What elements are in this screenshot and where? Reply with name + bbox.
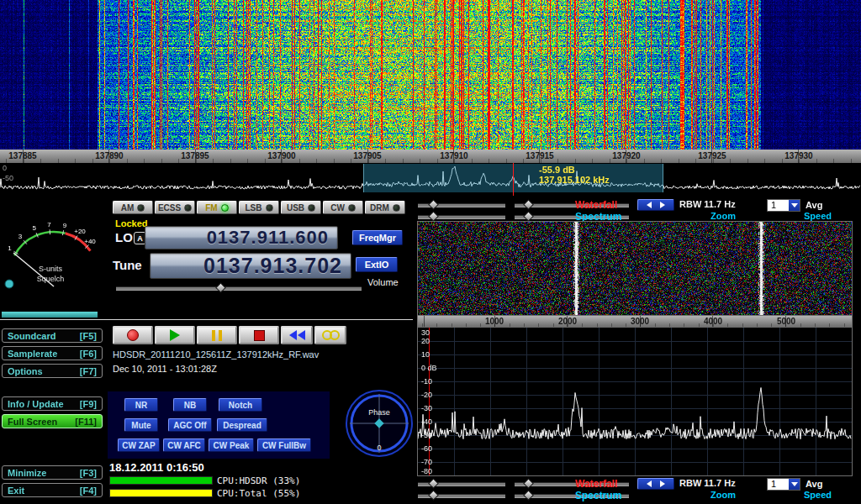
mode-button-fm[interactable]: FM — [197, 201, 237, 214]
extio-button[interactable]: ExtIO — [356, 257, 398, 272]
db-axis-label: 20 — [421, 337, 430, 345]
button-hotkey: [F3] — [80, 468, 97, 478]
avg-select-bottom[interactable]: 1 — [767, 478, 800, 491]
spectrum-upper-slider-bottom[interactable] — [418, 494, 505, 498]
play-icon — [170, 329, 180, 341]
hdsdr-window: 137885 137890 137895 137900 137905 13791… — [0, 0, 861, 504]
band-scroll-buttons[interactable] — [637, 199, 674, 211]
mode-button-am[interactable]: AM — [113, 201, 153, 214]
secondary-waterfall-display[interactable] — [418, 222, 852, 315]
secondary-waterfall-frame — [417, 221, 853, 316]
band-scroll-buttons-bottom[interactable] — [637, 478, 674, 490]
fullscreen-button[interactable]: Full Screen [F11] — [2, 414, 103, 428]
record-icon — [127, 329, 139, 341]
main-waterfall-display[interactable] — [0, 0, 861, 150]
slider-handle[interactable] — [428, 478, 439, 489]
mode-button-usb[interactable]: USB — [281, 201, 321, 214]
avg-select[interactable]: 1 — [767, 199, 800, 212]
slider-handle[interactable] — [523, 211, 534, 222]
freqmgr-button[interactable]: FreqMgr — [352, 230, 403, 245]
button-label: Samplerate — [8, 349, 57, 359]
mode-button-lsb[interactable]: LSB — [239, 201, 279, 214]
volume-slider-handle[interactable] — [215, 282, 226, 293]
tune-frequency-display[interactable]: 0137.913.702 — [150, 253, 351, 279]
s-meter: 1 3 5 7 9 +20 +40 S-units Squelch — [2, 199, 106, 308]
db-axis-label: -30 — [421, 404, 432, 412]
waterfall-upper-slider[interactable] — [418, 203, 505, 207]
secondary-spectrum-display[interactable] — [418, 328, 852, 475]
dropdown-arrow-icon[interactable] — [789, 200, 800, 211]
cw-zap-button[interactable]: CW ZAP — [118, 438, 160, 452]
db-axis-label: -10 — [421, 377, 432, 386]
phase-value: 0 — [377, 444, 381, 452]
freq-scale-label: 137885 — [8, 151, 36, 160]
dropdown-arrow-icon[interactable] — [789, 479, 800, 490]
slider-handle[interactable] — [523, 490, 534, 501]
button-label: Info / Update — [8, 399, 64, 409]
rewind-button[interactable] — [281, 326, 313, 344]
avg-select-value: 1 — [768, 479, 789, 490]
cursor-frequency-readout: 137.915.102 kHz — [539, 175, 610, 185]
cpu-total-label: CPU:Total (55%) — [217, 488, 300, 499]
despread-button[interactable]: Despread — [217, 418, 267, 432]
db-axis-label: -20 — [421, 391, 432, 399]
agc-off-button[interactable]: AGC Off — [168, 418, 212, 432]
slider-handle[interactable] — [428, 211, 439, 222]
mode-button-cw[interactable]: CW — [323, 201, 363, 214]
cpu-hdsdr-bar — [109, 476, 213, 485]
button-hotkey: [F7] — [80, 366, 97, 376]
cw-fullbw-button[interactable]: CW FullBw — [257, 438, 311, 452]
scroll-left-icon[interactable] — [647, 480, 652, 487]
pause-button[interactable] — [197, 326, 237, 344]
cpu-hdsdr-label: CPU:HDSDR (33%) — [217, 475, 300, 486]
scroll-right-icon[interactable] — [660, 480, 665, 487]
freq-scale-label: 137900 — [267, 151, 295, 160]
lo-frequency-display[interactable]: 0137.911.600 — [145, 226, 338, 249]
s-meter-tick-label: 7 — [47, 221, 51, 228]
minimize-button[interactable]: Minimize [F3] — [2, 465, 103, 480]
frequency-scale[interactable]: 137885 137890 137895 137900 137905 13791… — [0, 150, 861, 163]
scroll-right-icon[interactable] — [660, 202, 665, 208]
squelch-knob[interactable] — [5, 280, 13, 288]
strip-axis-minus50: -50 — [3, 174, 13, 182]
waterfall-upper-slider-bottom[interactable] — [418, 482, 505, 486]
mute-button[interactable]: Mute — [124, 418, 158, 432]
spectrum-upper-slider[interactable] — [418, 215, 505, 219]
mode-button-ecss[interactable]: ECSS — [155, 201, 195, 214]
s-meter-tick-label: +20 — [74, 228, 86, 235]
scale-label: 4000 — [704, 317, 722, 326]
slider-handle[interactable] — [523, 478, 534, 489]
volume-slider[interactable] — [116, 286, 362, 291]
scroll-left-icon[interactable] — [647, 202, 652, 208]
spectrum-tab-bottom[interactable]: Spectrum — [575, 490, 621, 501]
mode-button-drm[interactable]: DRM — [365, 201, 405, 214]
play-button[interactable] — [155, 326, 195, 344]
stop-button[interactable] — [239, 326, 279, 344]
playback-filename: HDSDR_20111210_125611Z_137912kHz_RF.wav — [113, 349, 319, 360]
mode-label: ECSS — [158, 203, 181, 213]
nr-button[interactable]: NR — [124, 398, 158, 412]
freq-scale-label: 137905 — [353, 151, 381, 160]
exit-button[interactable]: Exit [F4] — [2, 483, 103, 497]
cw-peak-button[interactable]: CW Peak — [209, 438, 254, 452]
notch-button[interactable]: Notch — [219, 398, 262, 412]
samplerate-button[interactable]: Samplerate [F6] — [2, 346, 103, 360]
loop-button[interactable] — [314, 326, 346, 344]
main-spectrum-display[interactable]: 0 -50 -55.9 dB 137.915.102 kHz — [0, 163, 861, 196]
options-button[interactable]: Options [F7] — [2, 364, 103, 378]
record-button[interactable] — [113, 326, 153, 344]
nb-button[interactable]: NB — [173, 398, 207, 412]
cw-afc-button[interactable]: CW AFC — [163, 438, 205, 452]
waterfall-tab-bottom[interactable]: Waterfall — [575, 478, 617, 490]
slider-handle[interactable] — [428, 490, 439, 501]
cursor-db-readout: -55.9 dB — [539, 165, 610, 175]
db-axis-label: 0 dB — [421, 364, 437, 372]
level-bar[interactable] — [2, 312, 98, 318]
waterfall-tab[interactable]: Waterfall — [575, 199, 617, 211]
phase-label: Phase — [368, 408, 390, 417]
info-update-button[interactable]: Info / Update [F9] — [2, 396, 103, 411]
slider-handle[interactable] — [523, 199, 534, 210]
secondary-frequency-scale[interactable]: 1000 2000 3000 4000 5000 — [417, 316, 853, 327]
soundcard-button[interactable]: Soundcard [F5] — [2, 328, 103, 343]
slider-handle[interactable] — [428, 199, 439, 210]
